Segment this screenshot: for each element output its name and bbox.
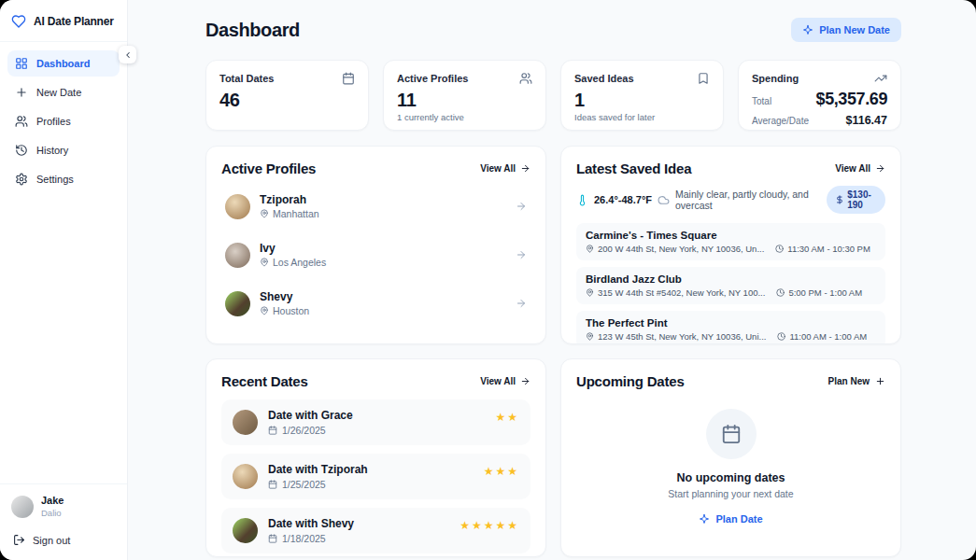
cloud-icon xyxy=(658,194,670,206)
arrow-right-icon xyxy=(875,163,885,174)
total-dates-label: Total Dates xyxy=(219,73,274,84)
plus-icon xyxy=(875,376,885,386)
view-all-label: View All xyxy=(480,163,516,174)
latest-saved-idea-section: Latest Saved Idea View All 26.4°-48.7°F … xyxy=(560,146,901,344)
avatar xyxy=(233,464,258,489)
date-row-tziporah[interactable]: Date with Tziporah 1/25/2025 ★★★ xyxy=(221,454,530,499)
star-rating: ★★ xyxy=(495,411,519,424)
venue-list: Carmine's - Times Square 200 W 44th St, … xyxy=(576,223,885,344)
venue-name: Birdland Jazz Club xyxy=(586,273,876,285)
spending-total-label: Total xyxy=(752,96,771,106)
sign-out-button[interactable]: Sign out xyxy=(0,526,127,560)
profile-name: Shevy xyxy=(260,290,309,304)
sidebar-item-profiles[interactable]: Profiles xyxy=(7,108,120,134)
plan-new-label: Plan New xyxy=(828,376,870,386)
map-pin-icon xyxy=(260,209,269,218)
plan-date-button[interactable]: Plan Date xyxy=(699,513,762,525)
profile-row-shevy[interactable]: Shevy Houston xyxy=(221,279,530,328)
weather-description: Mainly clear, partly cloudy, and overcas… xyxy=(675,189,815,211)
venue-name: Carmine's - Times Square xyxy=(586,230,876,241)
plan-new-link[interactable]: Plan New xyxy=(828,376,885,386)
clock-icon xyxy=(776,288,785,297)
profile-name: Tziporah xyxy=(260,193,319,207)
venue-row-birdland[interactable]: Birdland Jazz Club 315 W 44th St #5402, … xyxy=(576,267,885,304)
date-title: Date with Tziporah xyxy=(268,463,368,476)
chevron-left-icon xyxy=(123,50,133,60)
app-logo-row: AI Date Planner xyxy=(0,0,127,42)
sidebar-item-new-date[interactable]: New Date xyxy=(7,79,120,105)
sidebar: AI Date Planner Dashboard New Date Profi… xyxy=(0,0,128,560)
sections-grid: Active Profiles View All Tziporah Ma xyxy=(205,146,901,557)
thermometer-icon xyxy=(576,194,588,206)
price-range-value: $130-190 xyxy=(847,189,877,210)
empty-state-title: No upcoming dates xyxy=(677,471,785,484)
map-pin-icon xyxy=(586,245,594,253)
date-value: 1/26/2025 xyxy=(282,425,326,436)
spending-card: Spending Total $5,357.69 Average/Date $1… xyxy=(738,60,901,131)
active-profiles-card: Active Profiles 11 1 currently active xyxy=(383,60,546,131)
date-title: Date with Grace xyxy=(268,409,353,422)
avatar xyxy=(225,194,250,219)
dollar-sign-icon xyxy=(835,195,844,204)
total-dates-value: 46 xyxy=(219,90,355,111)
venue-hours: 5:00 PM - 1:00 AM xyxy=(788,287,862,298)
saved-ideas-value: 1 xyxy=(574,90,710,111)
history-clock-icon xyxy=(15,144,28,157)
user-avatar xyxy=(11,496,34,518)
avatar xyxy=(233,410,258,435)
venue-address: 315 W 44th St #5402, New York, NY 100... xyxy=(598,287,765,298)
profile-location: Houston xyxy=(273,305,309,316)
plan-new-date-button[interactable]: Plan New Date xyxy=(791,18,901,42)
main-header: Dashboard Plan New Date xyxy=(205,18,901,42)
calendar-icon xyxy=(268,534,277,543)
date-row-shevy[interactable]: Date with Shevy 1/18/2025 ★★★★★ xyxy=(221,508,530,553)
recent-dates-view-all-link[interactable]: View All xyxy=(480,376,530,386)
sidebar-item-dashboard[interactable]: Dashboard xyxy=(7,50,120,77)
calendar-icon xyxy=(268,480,277,489)
sidebar-nav: Dashboard New Date Profiles History Sett… xyxy=(0,42,127,201)
map-pin-icon xyxy=(586,288,594,297)
section-title: Recent Dates xyxy=(221,373,308,389)
sidebar-item-label: History xyxy=(36,145,68,156)
venue-row-carmines[interactable]: Carmine's - Times Square 200 W 44th St, … xyxy=(576,223,885,260)
recent-dates-section: Recent Dates View All Date with Grace xyxy=(205,358,546,557)
active-profiles-subtitle: 1 currently active xyxy=(397,112,532,122)
user-subtitle: Dalio xyxy=(41,508,64,519)
spending-total-value: $5,357.69 xyxy=(816,90,887,109)
sidebar-item-label: Profiles xyxy=(36,116,71,127)
price-range-badge: $130-190 xyxy=(827,186,885,214)
date-row-grace[interactable]: Date with Grace 1/26/2025 ★★ xyxy=(221,399,530,445)
section-title: Active Profiles xyxy=(221,161,316,176)
active-profiles-view-all-link[interactable]: View All xyxy=(480,163,530,174)
calendar-icon xyxy=(342,72,355,85)
dashboard-grid-icon xyxy=(15,57,28,70)
user-profile-row[interactable]: Jake Dalio xyxy=(0,483,127,526)
sidebar-item-history[interactable]: History xyxy=(7,137,120,163)
profile-row-ivy[interactable]: Ivy Los Angeles xyxy=(221,231,530,279)
venue-address: 123 W 45th St, New York, NY 10036, Uni..… xyxy=(598,331,766,342)
calendar-icon xyxy=(268,426,277,435)
latest-saved-idea-view-all-link[interactable]: View All xyxy=(835,163,885,174)
profile-location: Los Angeles xyxy=(273,257,326,268)
plus-icon xyxy=(15,86,28,99)
venue-row-perfect-pint[interactable]: The Perfect Pint 123 W 45th St, New York… xyxy=(576,311,885,344)
saved-ideas-card: Saved Ideas 1 Ideas saved for later xyxy=(560,60,724,131)
stats-grid: Total Dates 46 Active Profiles 11 1 curr… xyxy=(205,60,901,131)
active-profiles-value: 11 xyxy=(397,90,532,111)
profile-row-tziporah[interactable]: Tziporah Manhattan xyxy=(221,182,530,231)
profile-name: Ivy xyxy=(260,242,326,256)
arrow-right-icon xyxy=(516,298,527,309)
main-content: Dashboard Plan New Date Total Dates 46 A… xyxy=(128,0,976,560)
sidebar-collapse-button[interactable] xyxy=(119,46,136,63)
users-icon xyxy=(519,72,532,85)
heart-logo-icon xyxy=(11,14,26,29)
bookmark-icon xyxy=(697,72,710,85)
section-title: Upcoming Dates xyxy=(576,373,685,389)
venue-name: The Perfect Pint xyxy=(586,317,876,329)
user-name: Jake xyxy=(41,495,64,507)
log-out-icon xyxy=(13,534,25,546)
sidebar-item-settings[interactable]: Settings xyxy=(7,166,120,192)
clock-icon xyxy=(775,245,784,253)
saved-ideas-subtitle: Ideas saved for later xyxy=(574,112,710,122)
active-profiles-section: Active Profiles View All Tziporah Ma xyxy=(205,146,546,344)
